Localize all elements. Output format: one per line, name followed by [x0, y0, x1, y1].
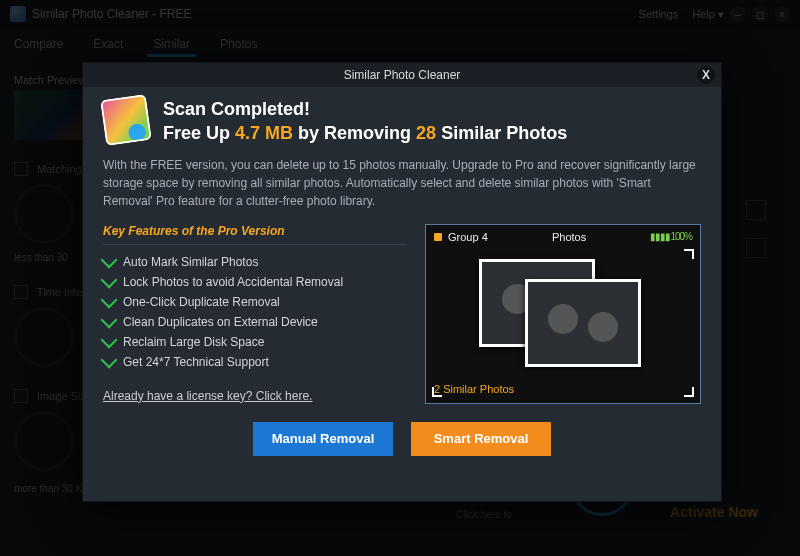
- corner-icon: [684, 249, 694, 259]
- scan-completed-dialog: Similar Photo Cleaner X Scan Completed! …: [82, 62, 722, 502]
- key-features-list: Auto Mark Similar Photos Lock Photos to …: [103, 255, 407, 369]
- check-icon: [101, 291, 118, 308]
- check-icon: [101, 271, 118, 288]
- group-marker-icon: [434, 233, 442, 241]
- hero-heading: Scan Completed! Free Up 4.7 MB by Removi…: [163, 97, 701, 146]
- corner-icon: [432, 387, 442, 397]
- check-icon: [101, 331, 118, 348]
- check-icon: [101, 251, 118, 268]
- dialog-close-button[interactable]: X: [697, 66, 715, 84]
- feature-item: One-Click Duplicate Removal: [103, 295, 407, 309]
- license-key-link[interactable]: Already have a license key? Click here.: [103, 389, 312, 403]
- preview-group-label: Group 4: [448, 231, 488, 243]
- dialog-title: Similar Photo Cleaner: [344, 68, 461, 82]
- feature-item: Get 24*7 Technical Support: [103, 355, 407, 369]
- feature-item: Auto Mark Similar Photos: [103, 255, 407, 269]
- feature-item: Lock Photos to avoid Accidental Removal: [103, 275, 407, 289]
- photo-cleaner-icon: [100, 94, 152, 146]
- check-icon: [101, 311, 118, 328]
- key-features-heading: Key Features of the Pro Version: [103, 224, 407, 245]
- dialog-titlebar: Similar Photo Cleaner X: [83, 63, 721, 87]
- corner-icon: [684, 387, 694, 397]
- check-icon: [101, 351, 118, 368]
- battery-indicator: ▮▮▮▮100%: [650, 231, 692, 242]
- feature-item: Reclaim Large Disk Space: [103, 335, 407, 349]
- manual-removal-button[interactable]: Manual Removal: [253, 422, 393, 456]
- preview-caption: 2 Similar Photos: [434, 383, 692, 395]
- smart-removal-button[interactable]: Smart Removal: [411, 422, 551, 456]
- feature-item: Clean Duplicates on External Device: [103, 315, 407, 329]
- preview-photos-label: Photos: [488, 231, 651, 243]
- similar-photos-preview: Group 4 Photos ▮▮▮▮100% 2 Similar Photos: [425, 224, 701, 404]
- preview-photo-thumbnail: [525, 279, 641, 367]
- upgrade-description: With the FREE version, you can delete up…: [103, 156, 701, 210]
